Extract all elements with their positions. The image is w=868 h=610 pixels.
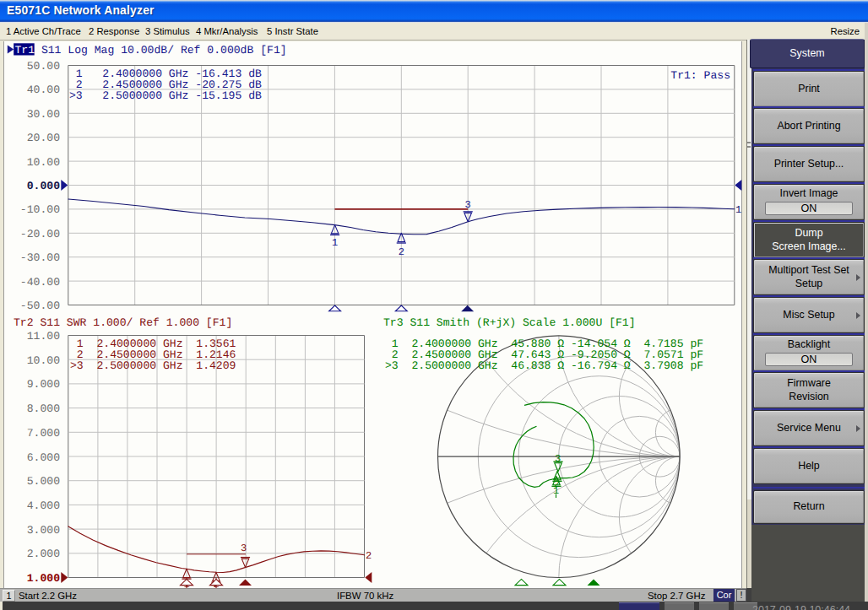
svg-text:7.000: 7.000 [27,427,60,440]
svg-text:1: 1 [735,204,741,216]
svg-text:10.00: 10.00 [27,156,60,169]
svg-text:2: 2 [366,550,372,562]
svg-text:Tr1: Tr1 [15,44,35,57]
svg-text:8.000: 8.000 [27,402,60,415]
svg-text:-50.00: -50.00 [20,300,60,312]
svg-text:Tr3 S11 Smith (R+jX) Scale 1.0: Tr3 S11 Smith (R+jX) Scale 1.000U [F1] [383,316,636,329]
svg-text:40.00: 40.00 [27,84,60,96]
svg-text:-10.00: -10.00 [20,203,60,216]
svg-text:4.000: 4.000 [27,499,60,512]
svg-text:1: 1 [332,237,338,249]
svg-text:5.000: 5.000 [27,475,60,488]
svg-text:2: 2 [399,246,404,258]
svg-text:-30.00: -30.00 [20,251,60,264]
svg-text:-20.00: -20.00 [20,228,60,240]
svg-text:10.00: 10.00 [27,354,60,367]
svg-text:50.00: 50.00 [27,60,60,73]
svg-text:3.000: 3.000 [27,524,60,537]
svg-text:-40.00: -40.00 [20,276,60,289]
svg-text:>3 2.5000000 GHz -15.195 dB: >3 2.5000000 GHz -15.195 dB [69,89,262,102]
svg-text:>3 2.5000000 GHz 1.4209: >3 2.5000000 GHz 1.4209 [70,359,236,372]
svg-text:>3 2.5000000 GHz 46.838 Ω -1: >3 2.5000000 GHz 46.838 Ω -16.794 Ω 3.79… [385,359,703,372]
svg-text:2.000: 2.000 [27,548,60,560]
svg-text:11.00: 11.00 [27,330,60,343]
svg-text:Tr2 S11 SWR 1.000/ Ref 1.000 [: Tr2 S11 SWR 1.000/ Ref 1.000 [F1] [14,316,232,329]
svg-text:20.00: 20.00 [27,132,60,144]
svg-text:0.000: 0.000 [27,180,60,192]
svg-text:6.000: 6.000 [27,451,60,464]
svg-text:30.00: 30.00 [27,108,60,121]
svg-text:1.000: 1.000 [27,572,60,585]
svg-text:3: 3 [465,199,471,211]
svg-text:S11 Log Mag 10.00dB/ Ref 0.000: S11 Log Mag 10.00dB/ Ref 0.000dB [F1] [41,44,287,57]
svg-text:3: 3 [241,543,247,554]
svg-text:9.000: 9.000 [27,378,60,391]
svg-text:Tr1: Pass: Tr1: Pass [670,69,730,82]
